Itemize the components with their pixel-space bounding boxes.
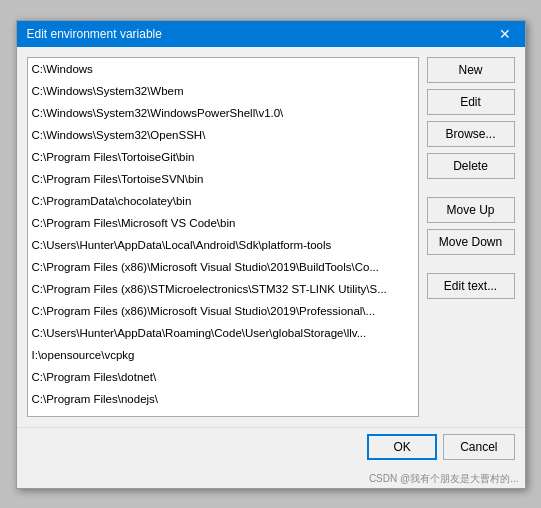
new-button[interactable]: New <box>427 57 515 83</box>
list-item[interactable]: C:\Program Files (x86)\Microsoft Visual … <box>28 256 418 278</box>
list-item[interactable]: C:\Program Files\Microsoft VS Code\bin <box>28 212 418 234</box>
list-item[interactable]: C:\Windows\System32\OpenSSH\ <box>28 124 418 146</box>
dialog-footer: OK Cancel <box>17 427 525 470</box>
edit-text-button[interactable]: Edit text... <box>427 273 515 299</box>
dialog-content: C:\WindowsC:\Windows\System32\WbemC:\Win… <box>17 47 525 427</box>
list-item[interactable]: C:\Windows\System32\Wbem <box>28 80 418 102</box>
close-button[interactable]: ✕ <box>495 27 515 41</box>
list-item[interactable]: I:\opensource\vcpkg <box>28 344 418 366</box>
list-item[interactable]: C:\Users\Hunter\AppData\Local\Android\Sd… <box>28 234 418 256</box>
list-item[interactable]: C:\Program Files\TortoiseGit\bin <box>28 146 418 168</box>
ok-button[interactable]: OK <box>367 434 437 460</box>
title-bar: Edit environment variable ✕ <box>17 21 525 47</box>
list-item[interactable]: C:\ProgramData\chocolatey\bin <box>28 190 418 212</box>
list-item[interactable]: C:\Program Files (x86)\STMicroelectronic… <box>28 278 418 300</box>
list-item[interactable]: C:\Users\Hunter\AppData\Roaming\Code\Use… <box>28 322 418 344</box>
list-item[interactable]: C:\Program Files\nodejs\ <box>28 388 418 410</box>
dialog-title: Edit environment variable <box>27 27 162 41</box>
move-up-button[interactable]: Move Up <box>427 197 515 223</box>
edit-text-group: Edit text... <box>427 273 515 299</box>
env-variable-list[interactable]: C:\WindowsC:\Windows\System32\WbemC:\Win… <box>27 57 419 417</box>
list-item[interactable]: C:\Program Files (x86)\Microsoft Visual … <box>28 300 418 322</box>
list-item[interactable]: C:\Windows\System32\WindowsPowerShell\v1… <box>28 102 418 124</box>
list-item[interactable]: C:\msys64\usr\bin1 <box>28 410 418 417</box>
list-item[interactable]: C:\Program Files\dotnet\ <box>28 366 418 388</box>
edit-env-variable-dialog: Edit environment variable ✕ C:\WindowsC:… <box>16 20 526 489</box>
cancel-button[interactable]: Cancel <box>443 434 514 460</box>
move-buttons-group: Move Up Move Down <box>427 197 515 255</box>
list-item[interactable]: C:\Windows <box>28 58 418 80</box>
edit-button[interactable]: Edit <box>427 89 515 115</box>
action-buttons: New Edit Browse... Delete Move Up Move D… <box>427 57 515 417</box>
list-item[interactable]: C:\Program Files\TortoiseSVN\bin <box>28 168 418 190</box>
move-down-button[interactable]: Move Down <box>427 229 515 255</box>
delete-button[interactable]: Delete <box>427 153 515 179</box>
browse-button[interactable]: Browse... <box>427 121 515 147</box>
watermark-text: CSDN @我有个朋友是大曹村的... <box>17 470 525 488</box>
